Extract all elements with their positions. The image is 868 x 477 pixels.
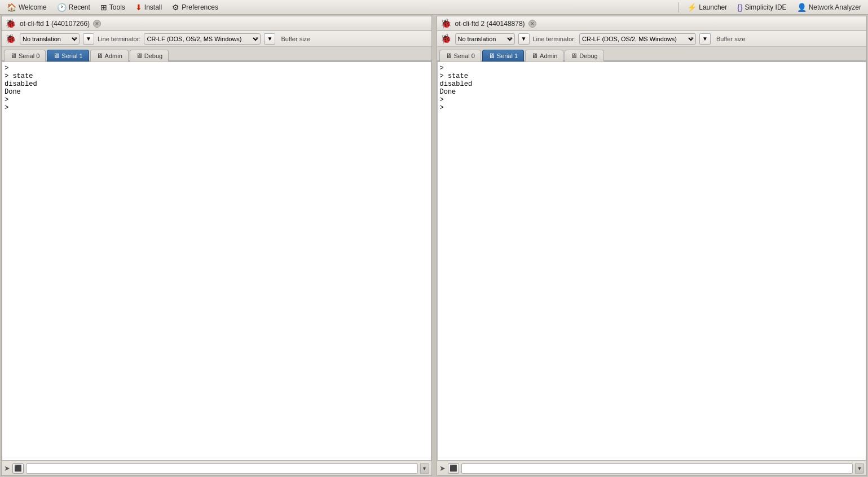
panel-2-tab-debug-label: Debug xyxy=(579,52,597,59)
panel-1-terminal[interactable]: > > state disabled Done > > xyxy=(2,62,431,461)
panel-1-tab-debug[interactable]: 🖥 Debug xyxy=(130,50,169,62)
panel-2-tabs-row: 🖥 Serial 0 🖥 Serial 1 🖥 Admin 🖥 Debug xyxy=(437,47,867,62)
menu-item-simplicity-ide[interactable]: {} Simplicity IDE xyxy=(733,2,791,13)
panel-1-title: ot-cli-ftd 1 (440107266) xyxy=(20,20,90,28)
panel-1-input-field[interactable] xyxy=(26,463,418,474)
panel-1-line-terminator-wrapper: CR-LF (DOS, OS/2, MS Windows) xyxy=(144,33,261,45)
panel-2-translation-select-wrapper: No translation xyxy=(455,33,515,45)
panel-1-translation-select-wrapper: No translation xyxy=(20,33,80,45)
menu-label-welcome: Welcome xyxy=(19,3,47,11)
panel-2-input-row: ➤ ⬛ ▼ xyxy=(437,461,867,475)
menu-item-launcher[interactable]: ⚡ Launcher xyxy=(682,2,732,13)
simplicity-ide-icon: {} xyxy=(737,3,742,12)
panel-2-buffer-size-label: Buffer size xyxy=(716,36,746,42)
panel-1-input-dropdown-btn[interactable]: ▼ xyxy=(420,463,429,474)
menu-label-tools: Tools xyxy=(109,3,125,11)
panel-1: 🐞 ot-cli-ftd 1 (440107266) ✕ 🐞 No transl… xyxy=(1,16,432,476)
panel-2-titlebar: 🐞 ot-cli-ftd 2 (440148878) ✕ xyxy=(437,16,867,31)
panel-1-device-icon: 🐞 xyxy=(5,18,16,29)
panel-2-serial0-icon: 🖥 xyxy=(446,52,452,60)
menubar: 🏠 Welcome 🕐 Recent ⊞ Tools ⬇ Install ⚙ P… xyxy=(0,0,868,15)
menu-label-install: Install xyxy=(144,3,162,11)
panel-2-tab-debug[interactable]: 🖥 Debug xyxy=(565,50,603,62)
panel-1-close-button[interactable]: ✕ xyxy=(93,20,101,28)
menu-label-launcher: Launcher xyxy=(699,3,727,11)
panel-2-title: ot-cli-ftd 2 (440148878) xyxy=(455,20,525,28)
panel-1-tab-admin-label: Admin xyxy=(105,52,122,59)
panel-1-titlebar: 🐞 ot-cli-ftd 1 (440107266) ✕ xyxy=(2,16,431,31)
menu-label-preferences: Preferences xyxy=(182,3,218,11)
panel-2-serial1-icon: 🖥 xyxy=(488,52,495,60)
panel-2-tab-serial1-label: Serial 1 xyxy=(497,52,518,59)
panel-2-debug-icon: 🖥 xyxy=(571,52,578,60)
panel-2-tab-serial0-label: Serial 0 xyxy=(454,52,475,59)
panel-1-debug-icon: 🖥 xyxy=(136,52,143,60)
menu-item-network-analyzer[interactable]: 👤 Network Analyzer xyxy=(792,2,866,13)
menubar-right: ⚡ Launcher {} Simplicity IDE 👤 Network A… xyxy=(676,2,866,13)
panel-2-line-terminator-wrapper: CR-LF (DOS, OS/2, MS Windows) xyxy=(579,33,696,45)
panel-1-translation-dropdown-btn[interactable]: ▼ xyxy=(83,33,94,45)
menu-label-network-analyzer: Network Analyzer xyxy=(809,3,861,11)
menu-item-welcome[interactable]: 🏠 Welcome xyxy=(2,2,51,13)
panel-2-tab-admin-label: Admin xyxy=(540,52,557,59)
panel-1-tab-admin[interactable]: 🖥 Admin xyxy=(90,50,129,62)
panel-1-terminator-dropdown-btn[interactable]: ▼ xyxy=(264,33,275,45)
panel-1-line-terminator-select[interactable]: CR-LF (DOS, OS/2, MS Windows) xyxy=(144,33,261,45)
panel-1-buffer-size-label: Buffer size xyxy=(281,36,310,42)
panel-2-tab-admin[interactable]: 🖥 Admin xyxy=(525,50,563,62)
panels-container: 🐞 ot-cli-ftd 1 (440107266) ✕ 🐞 No transl… xyxy=(0,15,868,477)
panel-1-tab-serial0[interactable]: 🖥 Serial 0 xyxy=(4,50,46,62)
panel-2-admin-icon: 🖥 xyxy=(531,52,538,60)
recent-icon: 🕐 xyxy=(57,3,67,12)
panel-2-tab-serial0[interactable]: 🖥 Serial 0 xyxy=(439,50,481,62)
panel-1-tab-serial1-label: Serial 1 xyxy=(61,52,82,59)
panel-1-toolbar-icon: 🐞 xyxy=(5,33,16,44)
panel-1-input-row: ➤ ⬛ ▼ xyxy=(2,461,431,475)
panel-1-serial1-icon: 🖥 xyxy=(53,52,60,60)
panel-1-tab-serial1[interactable]: 🖥 Serial 1 xyxy=(47,50,89,62)
panel-1-line-terminator-label: Line terminator: xyxy=(98,36,140,42)
install-icon: ⬇ xyxy=(135,3,142,12)
panel-divider xyxy=(433,15,435,477)
panel-2-cmd-icon[interactable]: ⬛ xyxy=(448,463,459,474)
tools-icon: ⊞ xyxy=(100,3,107,12)
panel-1-serial0-icon: 🖥 xyxy=(10,52,17,60)
menu-item-install[interactable]: ⬇ Install xyxy=(131,2,166,13)
panel-2-terminator-dropdown-btn[interactable]: ▼ xyxy=(699,33,711,45)
menu-item-preferences[interactable]: ⚙ Preferences xyxy=(168,2,223,13)
separator xyxy=(678,2,679,12)
panel-1-cmd-icon[interactable]: ⬛ xyxy=(12,463,24,474)
preferences-icon: ⚙ xyxy=(172,3,179,12)
panel-2-input-dropdown-btn[interactable]: ▼ xyxy=(855,463,864,474)
menubar-left: 🏠 Welcome 🕐 Recent ⊞ Tools ⬇ Install ⚙ P… xyxy=(2,2,676,13)
panel-2-terminal[interactable]: > > state disabled Done > > xyxy=(437,62,867,461)
menu-item-recent[interactable]: 🕐 Recent xyxy=(52,2,95,13)
panel-2-tab-serial1[interactable]: 🖥 Serial 1 xyxy=(482,50,524,62)
launcher-icon: ⚡ xyxy=(687,3,697,12)
network-analyzer-icon: 👤 xyxy=(797,3,807,12)
panel-1-prompt-icon: ➤ xyxy=(4,464,10,472)
panel-1-tabs-row: 🖥 Serial 0 🖥 Serial 1 🖥 Admin 🖥 Debug xyxy=(2,47,431,62)
panel-2-translation-dropdown-btn[interactable]: ▼ xyxy=(518,33,530,45)
menu-label-recent: Recent xyxy=(69,3,90,11)
panel-2-device-icon: 🐞 xyxy=(440,18,452,29)
panel-2-toolbar: 🐞 No translation ▼ Line terminator: CR-L… xyxy=(437,31,867,47)
panel-1-toolbar: 🐞 No translation ▼ Line terminator: CR-L… xyxy=(2,31,431,47)
panel-1-tab-serial0-label: Serial 0 xyxy=(19,52,39,59)
panel-1-admin-icon: 🖥 xyxy=(96,52,103,60)
panel-1-translation-select[interactable]: No translation xyxy=(20,33,80,45)
menu-item-tools[interactable]: ⊞ Tools xyxy=(96,2,130,13)
panel-2-toolbar-icon: 🐞 xyxy=(440,33,452,44)
panel-2-translation-select[interactable]: No translation xyxy=(455,33,515,45)
panel-2: 🐞 ot-cli-ftd 2 (440148878) ✕ 🐞 No transl… xyxy=(437,16,867,476)
panel-1-tab-debug-label: Debug xyxy=(144,52,162,59)
panel-2-line-terminator-label: Line terminator: xyxy=(533,36,576,42)
panel-2-close-button[interactable]: ✕ xyxy=(528,20,536,28)
menu-label-simplicity-ide: Simplicity IDE xyxy=(745,3,787,11)
panel-2-input-field[interactable] xyxy=(461,463,853,474)
panel-2-line-terminator-select[interactable]: CR-LF (DOS, OS/2, MS Windows) xyxy=(579,33,696,45)
home-icon: 🏠 xyxy=(7,3,16,12)
panel-2-prompt-icon: ➤ xyxy=(439,464,446,472)
